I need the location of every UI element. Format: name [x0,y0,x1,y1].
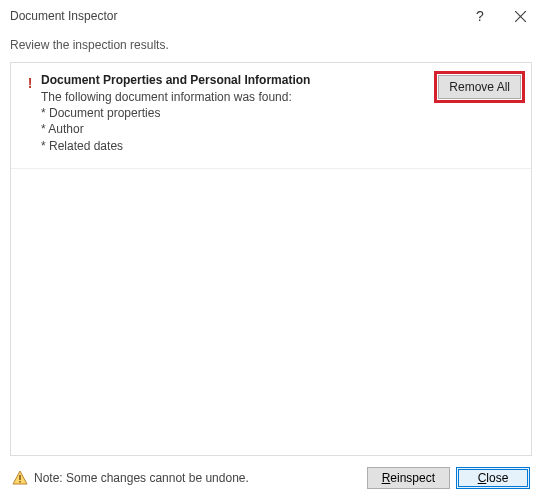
reinspect-button[interactable]: Reinspect [367,467,450,489]
subheading: Review the inspection results. [0,32,542,62]
svg-rect-3 [19,475,20,480]
result-text: Document Properties and Personal Informa… [41,73,438,154]
result-row: ! Document Properties and Personal Infor… [11,63,531,169]
footer-note: Note: Some changes cannot be undone. [34,471,361,485]
help-button[interactable]: ? [460,2,500,30]
result-status-icon-col: ! [19,73,41,154]
titlebar: Document Inspector ? [0,0,542,32]
footer: Note: Some changes cannot be undone. Rei… [0,457,542,501]
reinspect-label: einspect [390,471,435,485]
results-panel: ! Document Properties and Personal Infor… [10,62,532,456]
close-icon [515,11,526,22]
result-heading: Document Properties and Personal Informa… [41,73,430,87]
alert-icon: ! [28,75,33,154]
window-title: Document Inspector [10,9,460,23]
close-button[interactable]: Close [456,467,530,489]
result-intro: The following document information was f… [41,89,430,105]
close-window-button[interactable] [500,2,540,30]
result-item: * Document properties [41,105,430,121]
warning-icon [12,470,28,486]
remove-all-button[interactable]: Remove All [438,75,521,99]
result-item: * Author [41,121,430,137]
help-icon: ? [476,8,484,24]
svg-rect-4 [19,481,20,483]
result-item: * Related dates [41,138,430,154]
